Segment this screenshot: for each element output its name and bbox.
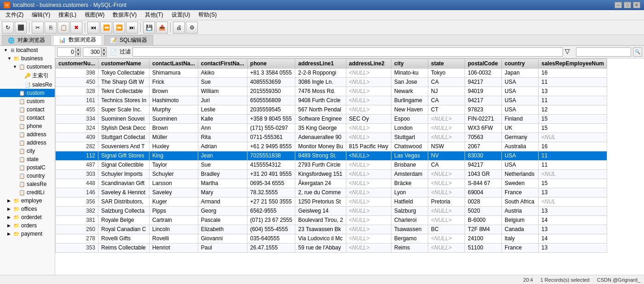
copy-button[interactable]: ⎘ <box>45 22 57 34</box>
tab-object-browser[interactable]: 🌐 对象浏览器 <box>2 35 51 45</box>
spin-down-page[interactable]: ▼ <box>101 52 107 57</box>
table-cell: Georg <box>198 206 247 215</box>
stop-button[interactable]: ⬛ <box>15 22 27 34</box>
col-header-customernum[interactable]: customerNu... <box>56 58 98 68</box>
col-header-contactfirst[interactable]: contactFirstNa... <box>198 58 247 68</box>
col-header-state[interactable]: state <box>428 58 465 68</box>
spin-up-page[interactable]: ▲ <box>101 47 107 52</box>
sidebar-item-country[interactable]: 📋 country <box>0 172 55 180</box>
sidebar-item-offices[interactable]: ▶ 📁 offices <box>0 205 55 213</box>
minimize-button[interactable]: ─ <box>615 2 622 8</box>
filter-funnel-icon[interactable]: ▽ <box>565 47 574 57</box>
spin-down[interactable]: ▼ <box>75 52 81 57</box>
table-row[interactable]: 487Signal CollectibleTaylorSue4155554312… <box>56 160 607 169</box>
menu-file[interactable]: 文件(Z) <box>2 10 27 20</box>
sidebar-item-address-1[interactable]: 📋 address <box>0 130 55 139</box>
menu-view[interactable]: 视图(W) <box>81 10 108 20</box>
nav-first-button[interactable]: ⏮ <box>87 22 99 34</box>
nav-prev-button[interactable]: ⏪ <box>100 22 112 34</box>
row-number-spinner[interactable]: ▲ ▼ <box>75 47 81 57</box>
col-header-city[interactable]: city <box>391 58 428 68</box>
table-row[interactable]: 328Tekni CollectableBrownWilliam20155593… <box>56 87 607 96</box>
table-row[interactable]: 146Saveley & HenriotSaveleyMary78.32.555… <box>56 188 607 197</box>
sidebar-item-salesrep[interactable]: 📋 salesRe <box>0 180 55 188</box>
option-button[interactable]: ⚙ <box>186 22 198 34</box>
sidebar-item-primary-key[interactable]: 🔑 主索引 <box>0 71 55 81</box>
nav-next-button[interactable]: ⏩ <box>113 22 125 34</box>
window-controls[interactable]: ─ □ ✕ <box>615 2 640 8</box>
table-row[interactable]: 409Stuttgart CollectatMüllerRita0711-555… <box>56 133 607 142</box>
sidebar-item-city[interactable]: 📋 city <box>0 147 55 155</box>
tab-data-browser[interactable]: 📊 数据浏览器 <box>53 35 102 45</box>
sidebar-item-custom-2[interactable]: 📋 custom <box>0 97 55 105</box>
table-row[interactable]: 334Suominen SouveiSuominenKalle+358 9 80… <box>56 114 607 123</box>
sidebar-item-phone[interactable]: 📋 phone <box>0 122 55 130</box>
search-button[interactable]: 🔍 <box>633 47 642 57</box>
refresh-button[interactable]: ↻ <box>2 22 14 34</box>
table-row[interactable]: 303Schuyler ImportsSchuylerBradley+31 20… <box>56 169 607 179</box>
spin-up[interactable]: ▲ <box>75 47 81 52</box>
sidebar-item-contact-1[interactable]: 📋 contact <box>0 105 55 114</box>
sidebar-item-postal[interactable]: 📋 postalC <box>0 163 55 172</box>
maximize-button[interactable]: □ <box>624 2 631 8</box>
close-button[interactable]: ✕ <box>633 2 640 8</box>
table-row[interactable]: 381Royale BelgeCartrainPascale(071) 23 6… <box>56 215 607 225</box>
export-button[interactable]: 📤 <box>156 22 168 34</box>
page-size-spinner[interactable]: ▲ ▼ <box>101 47 107 57</box>
cut-button[interactable]: ✂ <box>32 22 44 34</box>
save-button[interactable]: 💾 <box>143 22 155 34</box>
sidebar-item-contact-2[interactable]: 📋 contact <box>0 114 55 122</box>
menu-help[interactable]: 帮助(S) <box>195 10 220 20</box>
row-number-input[interactable] <box>57 47 75 57</box>
col-header-phone[interactable]: phone <box>247 58 295 68</box>
sidebar-item-custom-1[interactable]: 📋 custom <box>0 89 55 97</box>
col-header-contactlast[interactable]: contactLastNa... <box>150 58 198 68</box>
sidebar-item-business[interactable]: ▼ 📁 business <box>0 54 55 63</box>
filter-input[interactable] <box>132 47 563 57</box>
title-bar: M localhost - business.customers - MySQL… <box>0 0 644 10</box>
table-row[interactable]: 356SAR Distributors,KugerArmand+27 21 55… <box>56 197 607 206</box>
sidebar-item-employees[interactable]: ▶ 📁 employe <box>0 197 55 205</box>
page-size-input[interactable] <box>83 47 101 57</box>
col-header-salesrep[interactable]: salesRepEmployeeNum <box>538 58 607 68</box>
paste-button[interactable]: 📋 <box>58 22 69 34</box>
table-row[interactable]: 112Signal Gift StoresKingJean70255518388… <box>56 151 607 160</box>
sidebar-item-address-2[interactable]: 📋 address <box>0 139 55 147</box>
col-header-addr1[interactable]: addressLine1 <box>295 58 346 68</box>
table-row[interactable]: 278Rovelli GiftsRovelliGiovanni035-64055… <box>56 234 607 243</box>
col-header-customername[interactable]: customerName <box>98 58 150 68</box>
delete-button[interactable]: ✖ <box>70 22 82 34</box>
table-row[interactable]: 324Stylish Desk DeccBrownAnn(171) 555-02… <box>56 123 607 133</box>
col-header-country[interactable]: country <box>501 58 538 68</box>
sidebar-item-state[interactable]: 📋 state <box>0 155 55 163</box>
table-row[interactable]: 398Tokyo CollectableShimamuraAkiko+81 3 … <box>56 68 607 77</box>
expand-icon <box>13 157 17 162</box>
table-row[interactable]: 455Super Scale Inc.MurphyLeslie203555954… <box>56 105 607 114</box>
data-table-wrapper[interactable]: customerNu... customerName contactLastNa… <box>55 58 644 275</box>
table-row[interactable]: 161Technics Stores InHashimotoJuri650555… <box>56 96 607 105</box>
sidebar-item-salesre[interactable]: 📑 salesRe <box>0 81 55 89</box>
nav-last-button[interactable]: ⏭ <box>126 22 138 34</box>
table-row[interactable]: 382Salzburg CollectaPippsGeorg6562-9555G… <box>56 206 607 215</box>
print-button[interactable]: 🖨 <box>173 22 185 34</box>
table-row[interactable]: 260Royal Canadian CLincolnElizabeth(604)… <box>56 225 607 234</box>
col-header-postal[interactable]: postalCode <box>465 58 501 68</box>
sidebar-item-orders[interactable]: ▶ 📁 orders <box>0 221 55 230</box>
sidebar-item-customers[interactable]: ▼ 📋 customers <box>0 63 55 71</box>
sidebar-item-creditli[interactable]: 📋 creditLi <box>0 188 55 197</box>
table-row[interactable]: 450The Sharp Gift WFrickSue4085553659308… <box>56 77 607 87</box>
menu-search[interactable]: 搜索(L) <box>55 10 80 20</box>
col-header-addr2[interactable]: addressLine2 <box>346 58 391 68</box>
search-input[interactable] <box>576 47 631 57</box>
menu-settings[interactable]: 设置(U) <box>168 10 194 20</box>
sidebar-item-localhost[interactable]: ▼ 🖥 localhost <box>0 46 55 54</box>
table-row[interactable]: 282Souveniers And THuxleyAdrian+61 2 949… <box>56 142 607 151</box>
table-row[interactable]: 353Reims CollectableHenriotPaul26.47.155… <box>56 243 607 252</box>
sidebar-item-payments[interactable]: ▶ 📁 payment <box>0 230 55 238</box>
menu-other[interactable]: 其他(T) <box>141 10 167 20</box>
menu-database[interactable]: 数据库(V) <box>109 10 140 20</box>
sidebar-item-orderdet[interactable]: ▶ 📁 orderdet <box>0 213 55 221</box>
table-row[interactable]: 448Scandinavian GiftLarssonMartha0695-34… <box>56 179 607 188</box>
menu-edit[interactable]: 编辑(Y) <box>28 10 54 20</box>
tab-sql-editor[interactable]: 📝 SQL编辑器 <box>104 35 153 45</box>
